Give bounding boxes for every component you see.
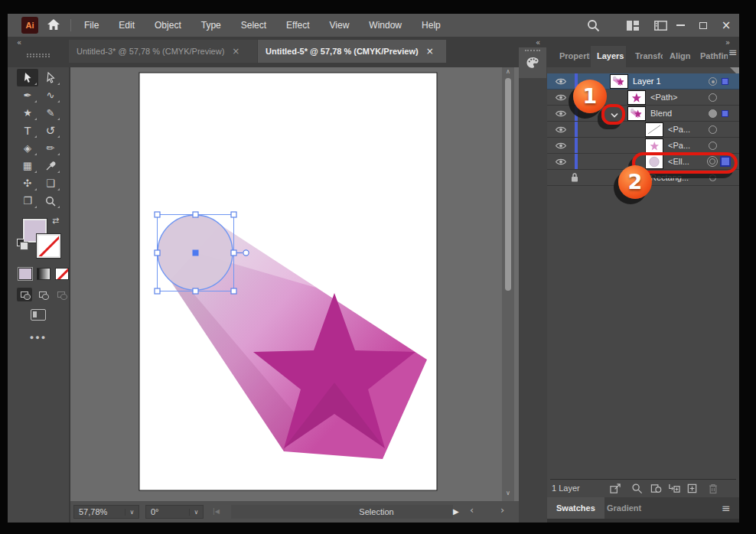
search-icon[interactable]	[583, 16, 603, 34]
eye-icon[interactable]	[555, 142, 567, 150]
layer-name[interactable]: Layer 1	[633, 77, 661, 86]
default-fill-stroke-icon[interactable]	[17, 239, 24, 246]
eye-icon[interactable]	[555, 158, 567, 166]
rotation-dropdown[interactable]: 0° ∨	[145, 505, 204, 519]
pen-tool[interactable]: ✒	[17, 86, 38, 104]
swap-fill-stroke-icon[interactable]: ⇄	[52, 216, 59, 226]
blend-spine-anchor[interactable]	[243, 250, 249, 256]
zoom-level-dropdown[interactable]: 57,78% ∨	[73, 505, 139, 519]
workspace-switcher-icon[interactable]	[650, 16, 670, 34]
layer-thumbnail[interactable]	[627, 90, 646, 105]
menu-window[interactable]: Window	[369, 20, 402, 31]
tab-close-icon[interactable]: ×	[426, 46, 434, 57]
toolbar-drag-handle[interactable]	[27, 54, 50, 57]
eye-icon[interactable]	[555, 125, 567, 134]
none-button[interactable]	[55, 268, 69, 280]
new-layer-icon[interactable]	[686, 483, 699, 495]
vertical-scrollbar[interactable]: ∧ ∨	[502, 67, 514, 501]
menu-object[interactable]: Object	[155, 20, 181, 31]
dock-collapse-icon[interactable]: «	[536, 38, 540, 47]
star-tool[interactable]: ★	[17, 104, 38, 122]
document-tab-untitled-3[interactable]: Untitled-3* @ 57,78 % (CMYK/Preview) ×	[69, 40, 257, 63]
layer-name[interactable]: <Pa...	[668, 141, 690, 150]
scroll-down-icon[interactable]: ∨	[502, 490, 514, 497]
locate-object-icon[interactable]	[631, 483, 644, 495]
tab-close-icon[interactable]: ×	[232, 46, 240, 57]
menu-file[interactable]: File	[84, 20, 99, 31]
layer-row-blend[interactable]: Blend	[547, 106, 739, 122]
panel-menu-icon[interactable]: ≡	[722, 497, 731, 519]
shape-builder-tool[interactable]: ❑	[40, 174, 61, 192]
menu-type[interactable]: Type	[201, 20, 221, 31]
mesh-tool[interactable]: ▦	[17, 157, 38, 174]
maximize-icon[interactable]	[693, 16, 713, 34]
target-icon[interactable]	[709, 93, 717, 102]
illustrator-logo-icon[interactable]: Ai	[21, 17, 38, 34]
tab-layers[interactable]: Layers	[591, 46, 626, 67]
layer-thumbnail[interactable]	[645, 122, 663, 137]
stroke-color-swatch[interactable]	[37, 234, 60, 258]
paintbrush-tool[interactable]: ✎	[40, 104, 61, 122]
lock-icon[interactable]	[570, 172, 579, 183]
make-clipping-mask-icon[interactable]	[650, 483, 663, 495]
vertical-scrollbar-thumb[interactable]	[505, 78, 511, 291]
selection-indicator[interactable]	[722, 78, 728, 85]
tab-align[interactable]: Align	[663, 46, 691, 67]
tab-properties[interactable]: Properti	[553, 46, 590, 67]
puppet-warp-tool[interactable]: ✣	[17, 174, 38, 192]
home-icon[interactable]	[44, 17, 63, 34]
curvature-tool[interactable]: ∿	[40, 86, 61, 104]
zoom-tool[interactable]	[40, 192, 61, 210]
gradient-button[interactable]	[37, 268, 51, 280]
selection-center-point[interactable]	[193, 250, 199, 256]
tab-pathfinder[interactable]: Pathfin	[694, 46, 728, 67]
eye-icon[interactable]	[555, 93, 567, 102]
layer-thumbnail[interactable]	[627, 106, 646, 121]
scroll-left-icon[interactable]: ‹	[470, 504, 474, 516]
eyedropper-tool[interactable]	[40, 157, 61, 174]
menu-select[interactable]: Select	[241, 20, 266, 31]
tab-swatches[interactable]: Swatches	[547, 497, 604, 519]
edit-toolbar-icon[interactable]: ●●●	[8, 334, 69, 341]
collect-for-export-icon[interactable]	[610, 483, 623, 495]
status-menu-arrow-icon[interactable]: ▶	[453, 505, 459, 519]
color-button[interactable]	[18, 268, 32, 280]
chevron-down-icon[interactable]: ∨	[125, 509, 138, 516]
layer-name[interactable]: Blend	[650, 109, 672, 118]
layer-row-path-2[interactable]: <Pa...	[547, 122, 739, 138]
target-icon[interactable]	[709, 109, 717, 118]
layer-name[interactable]: <Path>	[650, 93, 677, 102]
layer-name[interactable]: Rectang...	[650, 173, 689, 182]
artboard-tool[interactable]: ❐	[17, 192, 38, 210]
screen-mode-icon[interactable]	[31, 309, 46, 321]
target-icon[interactable]	[709, 125, 717, 134]
scroll-right-icon[interactable]: ›	[500, 504, 504, 516]
draw-behind-mode-icon[interactable]	[35, 288, 51, 301]
color-panel-dock-button[interactable]	[519, 47, 546, 78]
eye-icon[interactable]	[555, 77, 567, 86]
minimize-icon[interactable]	[670, 16, 690, 34]
canvas[interactable]: ∧ ∨	[70, 67, 519, 501]
document-tab-untitled-5[interactable]: Untitled-5* @ 57,78 % (CMYK/Preview) ×	[258, 40, 446, 63]
target-icon[interactable]	[709, 174, 716, 181]
new-sublayer-icon[interactable]	[668, 483, 681, 495]
scroll-up-icon[interactable]: ∧	[502, 68, 514, 75]
layer-thumbnail[interactable]	[645, 138, 663, 153]
rotate-tool[interactable]: ↺	[40, 122, 61, 139]
layer-row-path-3[interactable]: <Pa...	[547, 138, 739, 154]
menu-edit[interactable]: Edit	[119, 20, 135, 31]
eraser-tool[interactable]: ◈	[17, 139, 38, 157]
tab-gradient[interactable]: Gradient	[598, 497, 650, 519]
chevron-down-icon[interactable]: ∨	[189, 509, 203, 516]
toolbar-collapse-icon[interactable]: «	[17, 38, 21, 47]
menu-help[interactable]: Help	[422, 20, 441, 31]
direct-selection-tool[interactable]	[40, 69, 61, 86]
layer-name[interactable]: <Pa...	[668, 125, 690, 134]
close-icon[interactable]: ×	[716, 16, 736, 34]
menu-effect[interactable]: Effect	[286, 20, 309, 31]
delete-layer-icon[interactable]	[708, 483, 721, 495]
type-tool[interactable]: T	[17, 122, 38, 139]
eye-icon[interactable]	[555, 109, 567, 118]
arrange-documents-icon[interactable]	[623, 16, 643, 34]
selection-tool[interactable]	[17, 69, 38, 86]
